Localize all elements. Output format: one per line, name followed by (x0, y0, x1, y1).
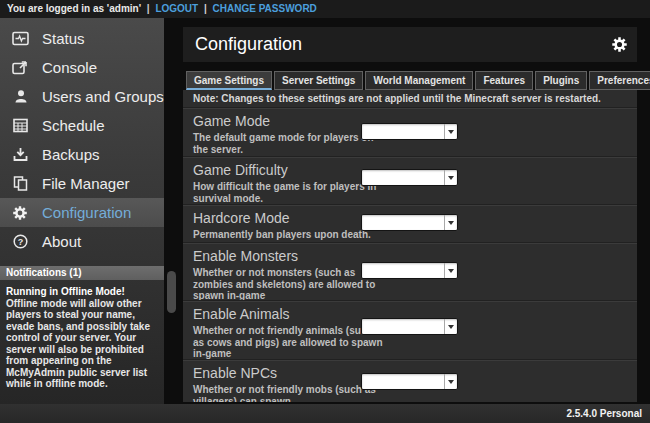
sidebar-item-label: Users and Groups (42, 88, 164, 105)
config-tabs: Game Settings Server Settings World Mana… (186, 71, 637, 90)
question-icon: ? (11, 233, 29, 250)
sidebar-scrollbar[interactable] (165, 18, 178, 404)
setting-game-mode: Game Mode The default game mode for play… (183, 107, 637, 156)
sidebar-item-label: Status (42, 30, 85, 47)
schedule-icon (11, 117, 29, 134)
select-button (444, 124, 457, 139)
page-header: Configuration (183, 27, 637, 62)
console-icon (11, 59, 29, 76)
chevron-down-icon (448, 325, 454, 329)
game-difficulty-select[interactable] (361, 169, 458, 186)
notification-text: Offline mode will allow other players to… (6, 298, 158, 390)
setting-description: The default game mode for players on the… (193, 132, 385, 155)
sidebar-item-label: Schedule (42, 117, 105, 134)
setting-game-difficulty: Game Difficulty How difficult the game i… (183, 156, 637, 204)
select-button (444, 374, 457, 389)
chevron-down-icon (448, 176, 454, 180)
sidebar-item-schedule[interactable]: Schedule (0, 111, 164, 140)
select-button (444, 319, 457, 334)
sidebar-nav: Status Console Users and Groups Schedule (0, 18, 164, 256)
topbar: You are logged in as 'admin' | LOGOUT | … (0, 0, 650, 18)
setting-description: Whether or not friendly animals (such as… (193, 325, 385, 360)
users-icon (11, 88, 29, 105)
page-title: Configuration (195, 27, 302, 62)
setting-enable-monsters: Enable Monsters Whether or not monsters … (183, 242, 637, 300)
enable-monsters-select[interactable] (361, 262, 458, 279)
select-button (444, 170, 457, 185)
setting-description: How difficult the game is for players in… (193, 181, 385, 204)
tab-game-settings[interactable]: Game Settings (186, 71, 272, 90)
hardcore-mode-select[interactable] (361, 214, 458, 231)
change-password-link[interactable]: CHANGE PASSWORD (213, 3, 317, 14)
sidebar-item-configuration[interactable]: Configuration (0, 198, 164, 227)
status-icon (11, 30, 29, 47)
sidebar-item-users-and-groups[interactable]: Users and Groups (0, 82, 164, 111)
separator: | (204, 3, 207, 14)
tab-plugins[interactable]: Plugins (535, 71, 587, 90)
sidebar: Status Console Users and Groups Schedule (0, 18, 164, 404)
status-bar: 2.5.4.0 Personal (0, 404, 650, 423)
sidebar-item-label: Configuration (42, 204, 131, 221)
chevron-down-icon (448, 130, 454, 134)
tab-world-management[interactable]: World Management (365, 71, 473, 90)
sidebar-item-label: File Manager (42, 175, 130, 192)
select-button (444, 215, 457, 230)
notifications-body: Running in Offline Mode! Offline mode wi… (0, 280, 164, 390)
sidebar-item-about[interactable]: ? About (0, 227, 164, 256)
setting-hardcore-mode: Hardcore Mode Permanently ban players up… (183, 204, 637, 242)
gear-icon (11, 204, 29, 221)
settings-panel: Note: Changes to these settings are not … (183, 90, 637, 402)
logged-in-text: You are logged in as 'admin' (7, 3, 141, 14)
game-mode-select[interactable] (361, 123, 458, 140)
chevron-down-icon (448, 380, 454, 384)
setting-description: Permanently ban players upon death. (193, 229, 385, 241)
chevron-down-icon (448, 269, 454, 273)
setting-description: Whether or not friendly mobs (such as vi… (193, 384, 385, 402)
version-label: 2.5.4.0 Personal (566, 408, 642, 419)
mcmyadmin-window: You are logged in as 'admin' | LOGOUT | … (0, 0, 650, 423)
sidebar-item-status[interactable]: Status (0, 24, 164, 53)
setting-description: Whether or not monsters (such as zombies… (193, 267, 385, 302)
setting-enable-animals: Enable Animals Whether or not friendly a… (183, 300, 637, 359)
sidebar-item-backups[interactable]: Backups (0, 140, 164, 169)
separator: | (147, 3, 150, 14)
sidebar-item-label: Backups (42, 146, 100, 163)
tab-server-settings[interactable]: Server Settings (274, 71, 363, 90)
notifications-header: Notifications (1) (0, 266, 164, 280)
gear-icon[interactable] (611, 36, 628, 53)
logout-link[interactable]: LOGOUT (155, 3, 198, 14)
restart-note: Note: Changes to these settings are not … (183, 90, 637, 107)
enable-animals-select[interactable] (361, 318, 458, 335)
sidebar-item-label: Console (42, 59, 97, 76)
sidebar-item-console[interactable]: Console (0, 53, 164, 82)
sidebar-item-file-manager[interactable]: File Manager (0, 169, 164, 198)
chevron-down-icon (448, 221, 454, 225)
scrollbar-thumb[interactable] (167, 271, 176, 313)
enable-npcs-select[interactable] (361, 373, 458, 390)
select-button (444, 263, 457, 278)
notification-title: Running in Offline Mode! (6, 286, 158, 298)
setting-enable-npcs: Enable NPCs Whether or not friendly mobs… (183, 359, 637, 402)
tab-preferences[interactable]: Preferences (589, 71, 650, 90)
backups-icon (11, 146, 29, 163)
svg-text:?: ? (17, 237, 23, 247)
tab-features[interactable]: Features (475, 71, 533, 90)
sidebar-item-label: About (42, 233, 81, 250)
file-manager-icon (11, 175, 29, 192)
